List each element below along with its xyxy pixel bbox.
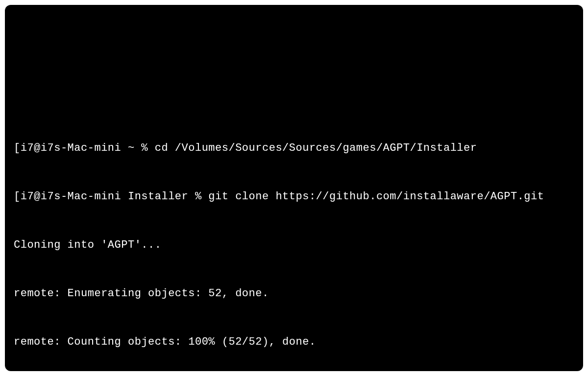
terminal-line: remote: Enumerating objects: 52, done. bbox=[14, 285, 574, 302]
terminal-line: [i7@i7s-Mac-mini Installer % git clone h… bbox=[14, 188, 574, 205]
terminal-line: remote: Counting objects: 100% (52/52), … bbox=[14, 334, 574, 350]
terminal-line: Cloning into 'AGPT'... bbox=[14, 237, 574, 253]
terminal-line: [i7@i7s-Mac-mini ~ % cd /Volumes/Sources… bbox=[14, 140, 574, 156]
terminal-output: [i7@i7s-Mac-mini ~ % cd /Volumes/Sources… bbox=[14, 108, 574, 371]
terminal-window[interactable]: [i7@i7s-Mac-mini ~ % cd /Volumes/Sources… bbox=[5, 5, 583, 371]
